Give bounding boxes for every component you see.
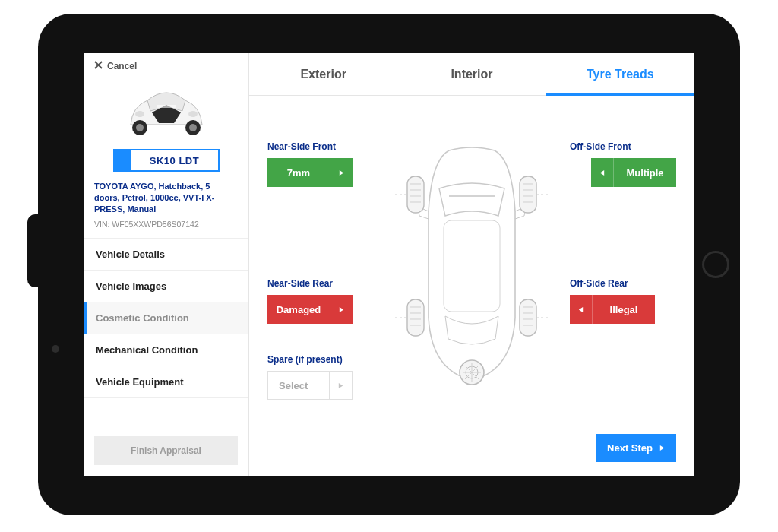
next-step-label: Next Step (607, 442, 653, 454)
vehicle-image (84, 76, 248, 149)
tyre-label: Near-Side Front (267, 141, 374, 152)
sidebar-nav: Vehicle Details Vehicle Images Cosmetic … (84, 238, 248, 398)
reg-plate: SK10 LDT (113, 149, 220, 172)
tab-interior[interactable]: Interior (397, 53, 546, 95)
tyre-value-button[interactable]: Illegal (570, 295, 655, 324)
tyre-off-side-front: Off-Side Front Multiple (570, 141, 676, 187)
sidebar-item-cosmetic-condition[interactable]: Cosmetic Condition (84, 302, 248, 334)
tyre-value-text: 7mm (267, 158, 330, 187)
spare-select[interactable]: Select (267, 371, 353, 400)
tablet-side-notch (27, 214, 38, 287)
svg-rect-11 (407, 299, 424, 336)
cancel-label: Cancel (107, 61, 137, 71)
tab-tyre-treads[interactable]: Tyre Treads (546, 53, 694, 95)
reg-plate-flag (115, 150, 131, 170)
tab-label: Tyre Treads (587, 68, 654, 81)
select-placeholder: Select (268, 380, 329, 391)
tyre-label: Off-Side Front (570, 141, 676, 152)
tab-bar: Exterior Interior Tyre Treads (249, 53, 694, 96)
sidebar-item-label: Cosmetic Condition (96, 312, 189, 324)
tab-exterior[interactable]: Exterior (249, 53, 397, 95)
sidebar: Cancel SK10 LDT (84, 53, 249, 476)
tablet-camera-dot (52, 345, 59, 353)
svg-point-5 (135, 111, 144, 117)
tyre-spare: Spare (if present) Select (267, 354, 374, 400)
chevron-left-icon (591, 158, 614, 187)
svg-point-6 (188, 111, 198, 117)
sidebar-item-label: Mechanical Condition (96, 344, 198, 356)
tyre-value-button[interactable]: Multiple (591, 158, 676, 187)
tyre-value-button[interactable]: 7mm (267, 158, 353, 187)
chevron-right-icon (329, 372, 352, 399)
vehicle-description: TOYOTA AYGO, Hatchback, 5 doors, Petrol,… (84, 179, 248, 218)
tyre-value-text: Illegal (593, 295, 655, 324)
finish-appraisal-button[interactable]: Finish Appraisal (94, 436, 238, 465)
svg-rect-7 (449, 195, 495, 197)
svg-point-4 (189, 124, 197, 131)
sidebar-item-label: Vehicle Images (96, 280, 166, 292)
tablet-home-button[interactable] (702, 251, 729, 278)
tyre-label: Spare (if present) (267, 354, 374, 365)
next-step-button[interactable]: Next Step (596, 434, 676, 462)
chevron-right-icon (330, 295, 353, 324)
sidebar-item-label: Vehicle Equipment (96, 376, 184, 388)
svg-point-2 (136, 124, 144, 131)
svg-rect-8 (444, 220, 500, 312)
svg-rect-9 (407, 176, 424, 213)
sidebar-item-vehicle-equipment[interactable]: Vehicle Equipment (84, 366, 248, 398)
tab-label: Interior (451, 68, 492, 81)
tyre-label: Near-Side Rear (267, 278, 374, 289)
reg-plate-text: SK10 LDT (131, 150, 218, 170)
chevron-right-icon (659, 445, 666, 451)
svg-rect-0 (157, 105, 176, 108)
chevron-left-icon (570, 295, 593, 324)
sidebar-item-vehicle-details[interactable]: Vehicle Details (84, 238, 248, 270)
sidebar-item-mechanical-condition[interactable]: Mechanical Condition (84, 334, 248, 366)
tyre-near-side-front: Near-Side Front 7mm (267, 141, 374, 187)
tyre-near-side-rear: Near-Side Rear Damaged (267, 278, 374, 324)
svg-rect-12 (520, 299, 536, 336)
close-icon (94, 61, 103, 71)
sidebar-item-label: Vehicle Details (96, 249, 165, 260)
chevron-right-icon (330, 158, 353, 187)
vin-text: VIN: WF05XXWPD56S07142 (84, 218, 248, 238)
tyre-off-side-rear: Off-Side Rear Illegal (570, 278, 676, 324)
finish-wrap: Finish Appraisal (84, 426, 248, 476)
cancel-button[interactable]: Cancel (84, 53, 248, 76)
car-top-diagram (377, 143, 567, 389)
sidebar-item-vehicle-images[interactable]: Vehicle Images (84, 270, 248, 302)
tablet-frame: Cancel SK10 LDT (38, 14, 740, 515)
app-root: Cancel SK10 LDT (84, 53, 694, 476)
main-panel: Exterior Interior Tyre Treads (249, 53, 694, 476)
svg-rect-10 (520, 176, 536, 213)
tyre-value-button[interactable]: Damaged (267, 295, 353, 324)
tyre-label: Off-Side Rear (570, 278, 676, 289)
tab-label: Exterior (300, 68, 346, 81)
tyre-value-text: Multiple (614, 158, 676, 187)
tyre-value-text: Damaged (267, 295, 330, 324)
tyre-content: Near-Side Front 7mm Off-Side Front Multi… (249, 96, 694, 476)
